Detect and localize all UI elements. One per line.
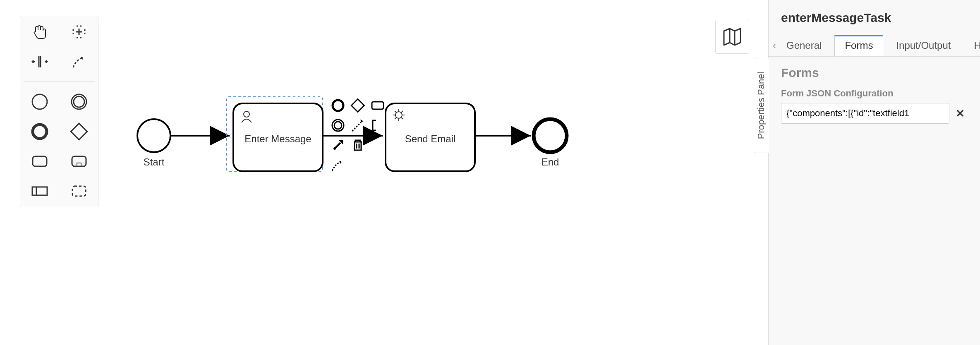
start-event-node[interactable]: Start: [137, 119, 170, 168]
tab-general[interactable]: General: [776, 34, 832, 56]
form-json-label: Form JSON Configuration: [781, 88, 968, 99]
ctx-change-type[interactable]: [328, 136, 347, 155]
properties-panel-toggle[interactable]: Properties Panel: [754, 58, 769, 153]
task-enter-message[interactable]: Enter Message: [227, 97, 323, 171]
end-event-node[interactable]: End: [534, 119, 567, 168]
ctx-text-annotation[interactable]: [368, 116, 387, 135]
context-pad: [328, 96, 387, 175]
start-event-label: Start: [144, 156, 165, 168]
svg-rect-20: [372, 102, 383, 109]
tab-forms[interactable]: Forms: [834, 35, 883, 56]
properties-tabs: ‹ General Forms Input/Output H ›: [769, 34, 980, 57]
ctx-append-task[interactable]: [368, 96, 387, 115]
svg-rect-19: [351, 99, 364, 112]
end-event-label: End: [542, 156, 559, 168]
properties-title: enterMessageTask: [769, 0, 980, 34]
minimap-toggle[interactable]: [715, 20, 749, 54]
task-send-email[interactable]: Send Email: [386, 103, 475, 171]
tabs-scroll-left[interactable]: ‹: [773, 35, 776, 56]
properties-group-title: Forms: [781, 66, 968, 80]
task-send-email-label: Send Email: [405, 133, 456, 144]
tab-history[interactable]: H: [963, 34, 980, 56]
svg-point-22: [334, 122, 342, 129]
task-enter-message-label: Enter Message: [244, 133, 311, 144]
ctx-append-gateway[interactable]: [348, 96, 367, 115]
form-json-clear[interactable]: ✕: [953, 106, 968, 121]
svg-point-18: [333, 100, 343, 111]
form-json-input[interactable]: [781, 103, 949, 124]
ctx-append-end-event[interactable]: [328, 96, 347, 115]
ctx-empty-1: [368, 136, 387, 155]
ctx-delete[interactable]: [348, 136, 367, 155]
svg-point-23: [333, 147, 336, 150]
map-icon: [721, 26, 743, 48]
properties-panel: Properties Panel enterMessageTask ‹ Gene…: [768, 0, 980, 345]
ctx-replace[interactable]: [328, 156, 347, 175]
ctx-connect[interactable]: [348, 116, 367, 135]
properties-panel-toggle-label: Properties Panel: [756, 72, 767, 139]
ctx-empty-3: [368, 156, 387, 175]
ctx-append-intermediate-event[interactable]: [328, 116, 347, 135]
svg-point-11: [137, 119, 170, 152]
ctx-empty-2: [348, 156, 367, 175]
svg-point-17: [534, 119, 567, 152]
tab-input-output[interactable]: Input/Output: [886, 34, 961, 56]
